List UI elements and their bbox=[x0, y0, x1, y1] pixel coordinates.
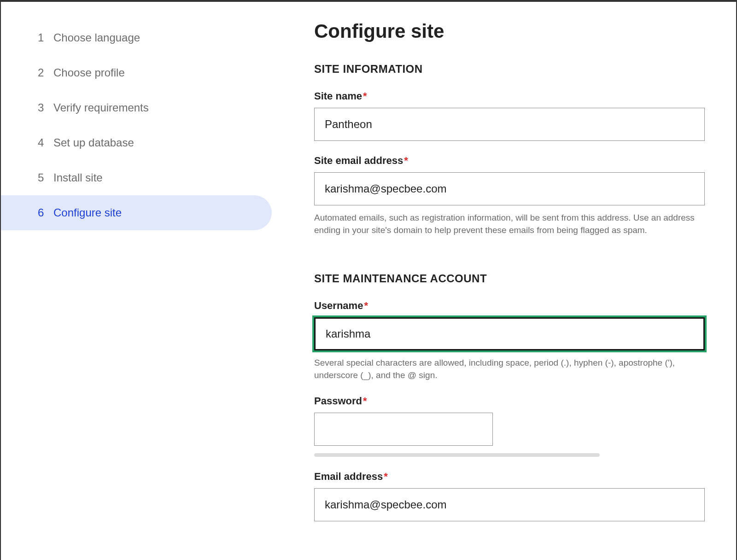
step-number: 6 bbox=[38, 206, 52, 219]
username-input[interactable] bbox=[314, 317, 705, 350]
step-choose-language: 1 Choose language bbox=[1, 20, 272, 55]
site-email-label: Site email address* bbox=[314, 155, 708, 167]
step-number: 3 bbox=[38, 101, 52, 114]
required-marker: * bbox=[404, 155, 408, 166]
step-configure-site: 6 Configure site bbox=[1, 195, 272, 230]
step-setup-database: 4 Set up database bbox=[1, 125, 272, 160]
required-marker: * bbox=[364, 300, 368, 311]
label-text: Email address bbox=[314, 471, 383, 482]
required-marker: * bbox=[363, 395, 367, 407]
step-label: Verify requirements bbox=[53, 101, 149, 114]
step-number: 4 bbox=[38, 136, 52, 149]
site-name-label: Site name* bbox=[314, 90, 708, 102]
label-text: Username bbox=[314, 300, 363, 311]
label-text: Site email address bbox=[314, 155, 403, 166]
install-steps-sidebar: 1 Choose language 2 Choose profile 3 Ver… bbox=[1, 2, 272, 560]
form-group-password: Password* bbox=[314, 395, 708, 457]
form-group-email: Email address* bbox=[314, 471, 708, 521]
step-label: Choose profile bbox=[53, 66, 125, 79]
email-label: Email address* bbox=[314, 471, 708, 483]
main-content: Configure site SITE INFORMATION Site nam… bbox=[272, 2, 736, 560]
page-title: Configure site bbox=[314, 20, 708, 42]
step-number: 2 bbox=[38, 66, 52, 79]
step-verify-requirements: 3 Verify requirements bbox=[1, 90, 272, 125]
section-heading-site-info: SITE INFORMATION bbox=[314, 63, 708, 76]
step-install-site: 5 Install site bbox=[1, 160, 272, 195]
password-strength-bar bbox=[314, 453, 600, 457]
required-marker: * bbox=[384, 471, 388, 482]
password-label: Password* bbox=[314, 395, 708, 407]
email-input[interactable] bbox=[314, 488, 705, 521]
required-marker: * bbox=[363, 90, 367, 102]
step-number: 5 bbox=[38, 171, 52, 184]
username-help: Several special characters are allowed, … bbox=[314, 357, 705, 381]
site-email-input[interactable] bbox=[314, 172, 705, 205]
site-name-input[interactable] bbox=[314, 108, 705, 141]
username-label: Username* bbox=[314, 300, 708, 312]
form-group-site-email: Site email address* Automated emails, su… bbox=[314, 155, 708, 236]
step-choose-profile: 2 Choose profile bbox=[1, 55, 272, 90]
label-text: Site name bbox=[314, 90, 362, 102]
step-number: 1 bbox=[38, 31, 52, 44]
label-text: Password bbox=[314, 395, 362, 407]
form-group-username: Username* Several special characters are… bbox=[314, 300, 708, 381]
step-label: Set up database bbox=[53, 136, 134, 149]
section-heading-maintenance-account: SITE MAINTENANCE ACCOUNT bbox=[314, 272, 708, 285]
form-group-site-name: Site name* bbox=[314, 90, 708, 141]
site-email-help: Automated emails, such as registration i… bbox=[314, 212, 705, 236]
step-label: Configure site bbox=[53, 206, 122, 219]
password-input[interactable] bbox=[314, 413, 493, 446]
step-label: Choose language bbox=[53, 31, 140, 44]
step-label: Install site bbox=[53, 171, 103, 184]
